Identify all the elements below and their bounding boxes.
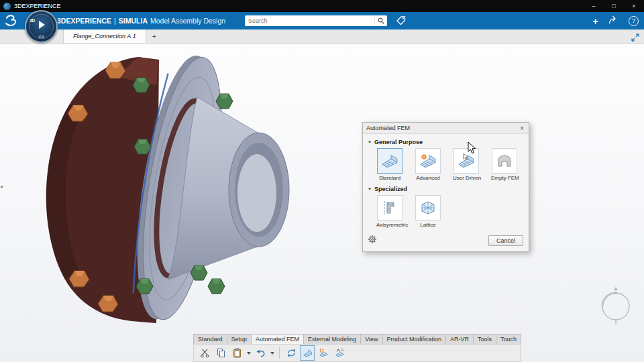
ribbon-tab-tools[interactable]: Tools <box>473 334 496 344</box>
paste-icon <box>232 348 242 358</box>
fem-option-empty-fem[interactable]: Empty FEM <box>491 148 518 181</box>
ribbon-tab-automated-fem[interactable]: Automated FEM <box>251 334 304 344</box>
help-icon[interactable]: ? <box>629 16 639 26</box>
undo-button[interactable] <box>253 345 268 361</box>
3ds-logo-icon <box>5 15 22 27</box>
document-tab-active[interactable]: Flange_Connection A.1 <box>63 29 146 43</box>
chevron-down-icon <box>270 352 274 355</box>
copy-button[interactable] <box>213 345 228 361</box>
action-bar: Standard Setup Automated FEM External Mo… <box>193 334 521 362</box>
section-specialized[interactable]: ▼ Specialized <box>368 186 529 192</box>
brand-text: 3DEXPERIENCE <box>57 17 111 25</box>
axisymmetric-icon <box>377 195 402 221</box>
toolbar-separator <box>279 347 280 359</box>
fem-option-label: Advanced <box>415 175 441 181</box>
mesh-advanced-icon <box>415 148 441 174</box>
copy-icon <box>216 348 226 358</box>
document-tabbar: Flange_Connection A.1 + <box>0 29 644 44</box>
panel-expand-arrow[interactable]: ▸ <box>1 183 4 190</box>
app-logo-icon <box>3 3 11 10</box>
section-general-purpose[interactable]: ▼ General Purpose <box>368 139 529 145</box>
paste-button[interactable] <box>229 345 244 361</box>
undo-icon <box>256 348 266 358</box>
section-label: General Purpose <box>374 139 423 145</box>
compass-play-icon[interactable] <box>39 21 45 29</box>
fem-option-label: Standard <box>376 175 403 181</box>
titlebar-app-name: 3DEXPERIENCE <box>14 3 61 9</box>
fem-option-standard[interactable]: Standard <box>376 148 403 181</box>
dialog-close-icon[interactable]: × <box>519 125 525 132</box>
maximize-button[interactable]: □ <box>604 0 624 12</box>
fem-option-label: Lattice <box>415 222 441 228</box>
cut-button[interactable] <box>197 345 212 361</box>
fem-option-axisymmetric[interactable]: Axisymmetric <box>376 195 403 228</box>
3d-viewport[interactable]: ▸ <box>0 44 644 362</box>
lattice-icon <box>415 195 441 221</box>
options-gear-icon[interactable] <box>368 235 377 247</box>
collapse-arrow-icon: ▼ <box>368 140 372 144</box>
new-tab-button[interactable]: + <box>146 29 162 43</box>
app-text: SIMULIA <box>119 17 148 25</box>
add-content-button[interactable]: + <box>592 16 598 26</box>
undo-dropdown[interactable] <box>269 346 275 360</box>
section-label: Specialized <box>374 186 407 192</box>
action-bar-tabs: Standard Setup Automated FEM External Mo… <box>193 334 521 344</box>
fem-rules-button[interactable] <box>332 345 347 361</box>
mesh-standard-icon <box>377 148 402 174</box>
chevron-down-icon <box>247 352 251 355</box>
mesh-advanced-icon <box>319 348 329 358</box>
tag-icon[interactable] <box>396 15 407 29</box>
ribbon-tab-external-modeling[interactable]: External Modeling <box>303 334 361 344</box>
dialog-footer: Cancel <box>363 231 529 251</box>
ribbon-tab-ar-vr[interactable]: AR-VR <box>445 334 474 344</box>
app-header: 3DEXPERIENCE | SIMULIA Model Assembly De… <box>0 12 644 29</box>
view-rotation-widget[interactable] <box>602 287 629 324</box>
fem-option-advanced[interactable]: Advanced <box>415 148 441 181</box>
ribbon-tab-touch[interactable]: Touch <box>496 334 521 344</box>
fem-option-label: Empty FEM <box>491 175 518 181</box>
compass-3d-label: 3D <box>30 18 35 23</box>
fem-option-label: User Driven <box>453 175 480 181</box>
fem-option-lattice[interactable]: Lattice <box>415 195 441 228</box>
fem-advanced-button[interactable] <box>316 345 331 361</box>
expand-viewport-icon[interactable] <box>631 32 639 44</box>
minimize-button[interactable]: – <box>584 0 604 12</box>
update-fem-button[interactable] <box>284 345 299 361</box>
close-button[interactable]: × <box>624 0 644 12</box>
flange-assembly-model[interactable] <box>0 44 644 362</box>
search-input[interactable] <box>245 17 374 24</box>
mesh-standard-icon <box>303 348 313 358</box>
compass-version-label: V.R <box>38 35 44 39</box>
fem-standard-button[interactable] <box>300 345 315 361</box>
search-box <box>245 15 387 26</box>
fem-option-label: Axisymmetric <box>376 222 403 228</box>
ribbon-tab-view[interactable]: View <box>360 334 382 344</box>
window-controls: – □ × <box>584 0 644 12</box>
mouse-cursor <box>468 141 476 157</box>
cancel-button[interactable]: Cancel <box>488 235 523 246</box>
search-icon[interactable] <box>374 17 387 25</box>
collapse-arrow-icon: ▼ <box>368 187 372 191</box>
dialog-title: Automated FEM <box>366 125 410 131</box>
automated-fem-dialog: Automated FEM × ▼ General Purpose Standa… <box>362 122 529 252</box>
ribbon-toolbar <box>193 344 521 362</box>
cut-icon <box>200 348 210 358</box>
ribbon-tab-standard[interactable]: Standard <box>193 334 227 344</box>
empty-fem-icon <box>492 148 517 174</box>
general-purpose-row: Standard Advanced <box>363 148 529 181</box>
share-icon[interactable] <box>608 15 619 27</box>
os-titlebar: 3DEXPERIENCE – □ × <box>0 0 644 12</box>
module-text: Model Assembly Design <box>150 17 225 25</box>
header-title: 3DEXPERIENCE | SIMULIA Model Assembly De… <box>57 17 225 25</box>
update-icon <box>286 348 297 358</box>
dialog-titlebar[interactable]: Automated FEM × <box>363 123 529 134</box>
mesh-rules-icon <box>335 348 345 358</box>
ribbon-tab-product-modification[interactable]: Product Modification <box>382 334 447 344</box>
3d-compass[interactable]: 3D V.R <box>25 10 58 43</box>
ribbon-tab-setup[interactable]: Setup <box>227 334 252 344</box>
divider-text: | <box>114 17 116 25</box>
paste-dropdown[interactable] <box>246 346 252 360</box>
header-actions: + ? <box>592 12 639 29</box>
specialized-row: Axisymmetric Lattice <box>363 195 529 228</box>
